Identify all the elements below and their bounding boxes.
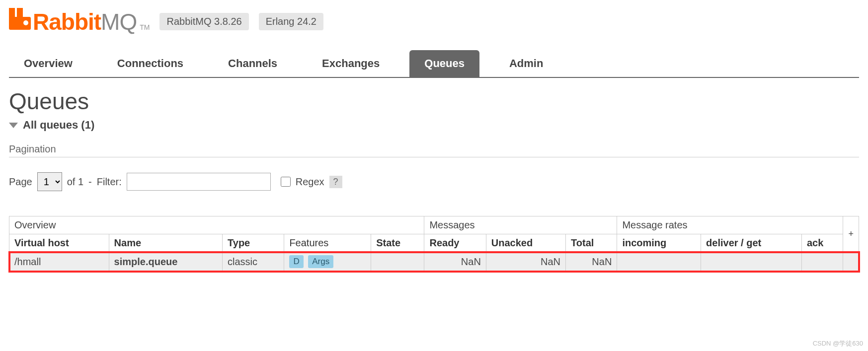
page-title: Queues (9, 88, 859, 115)
tab-exchanges[interactable]: Exchanges (307, 50, 395, 77)
logo-text-mq: MQ (101, 8, 137, 35)
section-header[interactable]: All queues (1) (9, 119, 859, 132)
col-vhost[interactable]: Virtual host (9, 234, 109, 252)
cell-deliver-get (701, 252, 802, 272)
filter-label: Filter: (97, 176, 122, 188)
col-ack[interactable]: ack (801, 234, 843, 252)
nav-tabs: Overview Connections Channels Exchanges … (9, 50, 859, 78)
table-row[interactable]: /hmall simple.queue classic D Args NaN N… (9, 252, 859, 272)
regex-checkbox[interactable] (281, 177, 291, 187)
col-incoming[interactable]: incoming (617, 234, 701, 252)
tab-admin[interactable]: Admin (494, 50, 558, 77)
erlang-version-badge: Erlang 24.2 (259, 13, 323, 30)
filter-input[interactable] (127, 173, 271, 191)
group-rates: Message rates (617, 216, 843, 234)
collapse-icon (9, 123, 18, 128)
page-label: Page (9, 176, 32, 188)
rabbitmq-version-badge: RabbitMQ 3.8.26 (159, 13, 248, 30)
cell-unacked: NaN (486, 252, 565, 272)
section-title: All queues (1) (23, 119, 94, 132)
logo-tm: TM (140, 23, 150, 31)
cell-name[interactable]: simple.queue (109, 252, 222, 272)
col-ready[interactable]: Ready (424, 234, 486, 252)
cell-extra (843, 252, 859, 272)
header: RabbitMQTM RabbitMQ 3.8.26 Erlang 24.2 (9, 8, 859, 35)
col-deliver-get[interactable]: deliver / get (701, 234, 802, 252)
col-name[interactable]: Name (109, 234, 222, 252)
tab-channels[interactable]: Channels (213, 50, 292, 77)
cell-type: classic (223, 252, 284, 272)
col-type[interactable]: Type (223, 234, 284, 252)
cell-vhost: /hmall (9, 252, 109, 272)
cell-features: D Args (284, 252, 371, 272)
tab-connections[interactable]: Connections (102, 50, 198, 77)
table-column-header: Virtual host Name Type Features State Re… (9, 234, 859, 252)
cell-total: NaN (566, 252, 617, 272)
logo-text-rabbit: Rabbit (33, 8, 101, 35)
filter-row: Page 1 of 1 - Filter: Regex ? (9, 172, 859, 191)
feature-badge-args: Args (308, 255, 333, 268)
logo[interactable]: RabbitMQTM (9, 8, 150, 35)
tab-overview[interactable]: Overview (9, 50, 87, 77)
page-of-label: of 1 (67, 176, 83, 188)
cell-state (371, 252, 424, 272)
tab-queues[interactable]: Queues (409, 50, 479, 77)
regex-label: Regex (296, 176, 324, 188)
rabbitmq-logo-icon (9, 8, 31, 32)
svg-point-3 (23, 20, 28, 25)
group-messages: Messages (424, 216, 617, 234)
col-state[interactable]: State (371, 234, 424, 252)
page-select[interactable]: 1 (37, 172, 62, 191)
cell-ready: NaN (424, 252, 486, 272)
filter-dash: - (88, 176, 92, 188)
feature-badge-d: D (289, 255, 303, 268)
add-column-button[interactable]: + (843, 216, 859, 252)
table-group-header: Overview Messages Message rates + (9, 216, 859, 234)
queues-table: Overview Messages Message rates + Virtua… (9, 216, 859, 272)
group-overview: Overview (9, 216, 424, 234)
col-total[interactable]: Total (566, 234, 617, 252)
col-unacked[interactable]: Unacked (486, 234, 565, 252)
cell-incoming (617, 252, 701, 272)
regex-help-icon[interactable]: ? (329, 176, 342, 188)
cell-ack (801, 252, 843, 272)
col-features[interactable]: Features (284, 234, 371, 252)
pagination-label: Pagination (9, 143, 859, 157)
